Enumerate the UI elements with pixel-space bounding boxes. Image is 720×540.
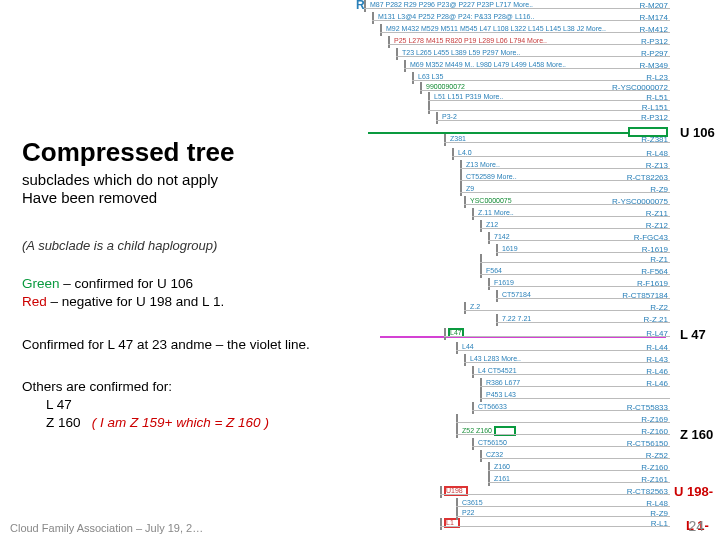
tree-branch	[464, 310, 670, 311]
others-z160-comment: ( I am Z 159+ which = Z 160 )	[92, 415, 269, 430]
subclade-definition: (A subclade is a child haplogroup)	[22, 238, 322, 253]
tree-node-label: Z161	[494, 475, 510, 482]
tree-right-label: R-L44	[646, 343, 668, 352]
tree-connector	[496, 244, 498, 256]
tree-node-label: P453 L43	[486, 391, 516, 398]
tree-node-label: Z12	[486, 221, 498, 228]
tree-connector	[412, 72, 414, 84]
tree-node-label: 1619	[502, 245, 518, 252]
tree-branch	[456, 506, 670, 507]
tree-right-label: R-Z1	[650, 255, 668, 264]
tree-connector	[440, 518, 442, 530]
tree-node-label: Z.2	[470, 303, 480, 310]
tree-branch	[456, 516, 670, 517]
tree-connector	[440, 486, 442, 498]
tree-right-label: R-CT56150	[627, 439, 668, 448]
tree-node-label: M131 L3@4 P252 P28@ P24: P&33 P28@ L116.…	[378, 13, 534, 20]
tree-node-label: CT56633	[478, 403, 507, 410]
tree-right-label: R-CT82563	[627, 487, 668, 496]
others-z160-label: Z 160	[46, 415, 81, 430]
tree-branch	[364, 8, 670, 9]
tree-branch	[440, 526, 670, 527]
tree-connector	[380, 24, 382, 36]
tree-connector	[480, 378, 482, 390]
tree-branch	[472, 374, 670, 375]
tree-node-label: L44	[462, 343, 474, 350]
tree-right-label: R-CT857184	[622, 291, 668, 300]
tree-right-label: R-L46	[646, 379, 668, 388]
annotation-u198: U 198-	[674, 484, 713, 499]
tree-connector	[364, 0, 366, 12]
tree-node-label: 9900090072	[426, 83, 465, 90]
tree-right-label: R-F564	[641, 267, 668, 276]
tree-right-label: R-Z.21	[644, 315, 668, 324]
tree-connector	[480, 266, 482, 278]
tree-branch	[444, 142, 670, 143]
legend-red-word: Red	[22, 294, 47, 309]
tree-right-label: R-CT82263	[627, 173, 668, 182]
tree-node-label: Z.11 More..	[478, 209, 514, 216]
subtitle-line2: Have been removed	[22, 189, 157, 206]
tree-right-label: R-L1	[651, 519, 668, 528]
tree-branch	[480, 386, 670, 387]
tree-branch	[372, 20, 670, 21]
tree-node-label: L63 L35	[418, 73, 443, 80]
tree-right-label: R-L43	[646, 355, 668, 364]
tree-node-label: L4.0	[458, 149, 472, 156]
tree-right-label: R-Z9	[650, 185, 668, 194]
tree-image: RM87 P282 R29 P296 P23@ P227 P23P L717 M…	[330, 0, 670, 530]
tree-branch	[464, 362, 670, 363]
tree-node-label: Z160	[494, 463, 510, 470]
tree-node-label: P3-2	[442, 113, 457, 120]
tree-node-label: CZ32	[486, 451, 503, 458]
tree-connector	[488, 232, 490, 244]
tree-node-label: CT56150	[478, 439, 507, 446]
tree-node-label: L1	[446, 519, 454, 526]
tree-connector	[420, 82, 422, 94]
slide-title: Compressed tree	[22, 138, 322, 167]
tree-connector	[396, 48, 398, 60]
confirmed-l47-para: Confirmed for L 47 at 23 andme – the vio…	[22, 336, 322, 354]
tree-node-label: CT52589 More..	[466, 173, 517, 180]
tree-node-label: F564	[486, 267, 502, 274]
tree-connector	[488, 462, 490, 474]
tree-node-label: 7.22 7.21	[502, 315, 531, 322]
tree-right-label: R-P297	[641, 49, 668, 58]
tree-branch	[396, 56, 670, 57]
tree-connector	[372, 12, 374, 24]
tree-node-label: L47	[450, 329, 462, 336]
tree-node-label: L43 L283 More..	[470, 355, 521, 362]
tree-right-label: R-YSC0000072	[612, 83, 668, 92]
tree-branch	[444, 336, 670, 337]
tree-connector	[452, 148, 454, 160]
others-l47: L 47	[46, 396, 322, 414]
tree-right-label: R-F1619	[637, 279, 668, 288]
tree-right-label: R-Z13	[646, 161, 668, 170]
tree-connector	[496, 290, 498, 302]
tree-branch	[404, 68, 670, 69]
left-column: Compressed tree subclades which do not a…	[22, 138, 322, 432]
tree-branch	[456, 434, 670, 435]
tree-connector	[480, 390, 482, 402]
others-block: Others are confirmed for: L 47 Z 160 ( I…	[22, 378, 322, 433]
tree-node-label: 7142	[494, 233, 510, 240]
tree-connector	[488, 278, 490, 290]
tree-branch	[452, 156, 670, 157]
tree-connector	[436, 112, 438, 124]
tree-connector	[480, 254, 482, 266]
tree-node-label: Z52 Z160	[462, 427, 492, 434]
tree-node-label: L4 CT54521	[478, 367, 517, 374]
tree-right-label: R-L48	[646, 499, 668, 508]
tree-branch	[480, 262, 670, 263]
subtitle-line1: subclades which do not apply	[22, 171, 218, 188]
tree-connector	[456, 414, 458, 426]
tree-connector	[456, 342, 458, 354]
tree-right-label: R-FGC43	[634, 233, 668, 242]
tree-right-label: R-Z160	[641, 463, 668, 472]
tree-right-label: R-Z169	[641, 415, 668, 424]
tree-branch	[436, 120, 670, 121]
page-number: 24	[688, 518, 704, 534]
annotation-z160: Z 160	[680, 427, 713, 442]
tree-node-label: Z381	[450, 135, 466, 142]
others-header: Others are confirmed for:	[22, 378, 322, 396]
